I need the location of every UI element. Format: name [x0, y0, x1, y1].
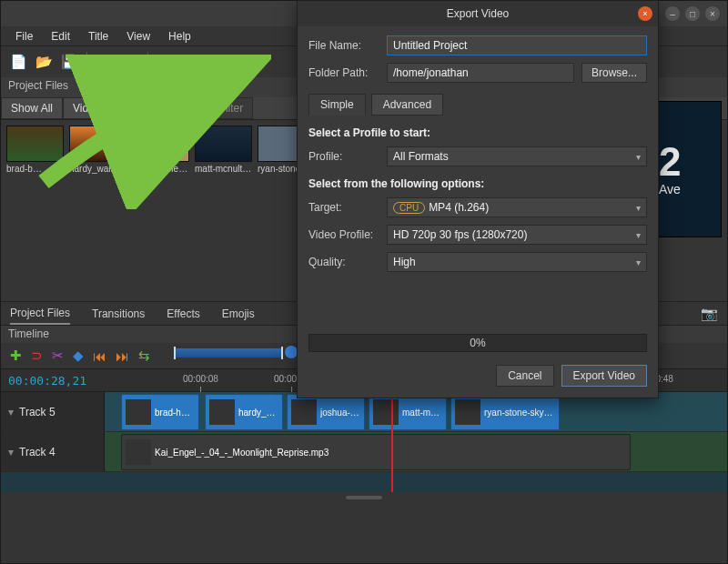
zoom-slider-knob[interactable] — [285, 346, 298, 358]
undo-icon[interactable]: ↶ — [96, 54, 113, 70]
export-video-icon[interactable] — [234, 54, 250, 70]
new-project-icon[interactable]: 📄 — [10, 54, 26, 70]
zoom-slider-track[interactable] — [174, 348, 283, 358]
center-playhead-icon[interactable]: ⇆ — [138, 347, 150, 364]
filter-input[interactable]: Filter — [209, 97, 254, 119]
menu-view[interactable]: View — [119, 28, 157, 45]
clip[interactable]: matt-mcnulty-nyc — [369, 394, 447, 430]
file-item[interactable]: joshua-colem… — [132, 126, 189, 174]
export-tabs: Simple Advanced — [308, 94, 647, 116]
filter-show-all[interactable]: Show All — [1, 97, 63, 119]
videoprofile-label: Video Profile: — [308, 228, 379, 241]
file-item[interactable]: matt-mcnult… — [195, 126, 252, 174]
section-profile-start: Select a Profile to start: — [308, 126, 647, 139]
tab-emojis[interactable]: Emojis — [222, 304, 255, 324]
clip[interactable]: brad-huchteman-s — [121, 394, 199, 430]
filter-image[interactable]: Image — [158, 97, 208, 119]
chevron-down-icon: ▾ — [636, 257, 641, 267]
prev-marker-icon[interactable]: ⏮ — [93, 348, 106, 364]
export-dialog: Export Video × File Name: Folder Path: B… — [297, 0, 659, 398]
clip[interactable]: ryan-stone-skykomis… — [450, 394, 560, 430]
play-icon[interactable]: ▶ — [183, 54, 199, 70]
snapshot-icon[interactable]: 📷 — [701, 302, 718, 326]
track-row: ▾Track 4 Kai_Engel_-_04_-_Moonlight_Repr… — [1, 432, 727, 472]
clip[interactable]: Kai_Engel_-_04_-_Moonlight_Reprise.mp3 — [121, 434, 631, 470]
browse-button[interactable]: Browse... — [581, 63, 647, 83]
export-video-button[interactable]: Export Video — [561, 365, 648, 387]
dialog-title: Export Video × — [298, 1, 658, 26]
tab-advanced[interactable]: Advanced — [371, 94, 443, 116]
tab-effects[interactable]: Effects — [167, 304, 199, 324]
menu-help[interactable]: Help — [161, 28, 198, 45]
target-select[interactable]: CPUMP4 (h.264)▾ — [387, 197, 647, 217]
tab-project-files[interactable]: Project Files — [10, 303, 70, 325]
preview-content: 2 — [659, 142, 681, 182]
fullscreen-icon[interactable]: 🖵 — [208, 54, 225, 70]
add-track-icon[interactable]: ✚ — [10, 347, 22, 364]
playhead-time: 00:00:28,21 — [8, 374, 86, 388]
razor-icon[interactable]: ✂ — [52, 347, 64, 364]
folderpath-input[interactable] — [387, 63, 574, 83]
track-lane[interactable]: Kai_Engel_-_04_-_Moonlight_Reprise.mp3 — [105, 432, 727, 471]
progress-bar: 0% — [308, 334, 647, 352]
preview-panel: 2 Ave — [651, 101, 722, 237]
videoprofile-select[interactable]: HD 720p 30 fps (1280x720)▾ — [387, 225, 647, 245]
chevron-down-icon: ▾ — [636, 203, 641, 213]
chevron-down-icon: ▾ — [636, 152, 641, 162]
folderpath-label: Folder Path: — [308, 66, 379, 79]
resize-handle[interactable] — [346, 496, 382, 499]
import-files-icon[interactable]: ✚ — [157, 54, 174, 70]
profile-select[interactable]: All Formats▾ — [387, 146, 647, 166]
quality-select[interactable]: High▾ — [387, 252, 647, 272]
marker-icon[interactable]: ◆ — [73, 347, 84, 364]
playhead-line[interactable] — [391, 392, 393, 492]
menu-file[interactable]: File — [8, 28, 40, 45]
menu-title[interactable]: Title — [81, 28, 116, 45]
filename-label: File Name: — [308, 39, 379, 52]
section-options: Select from the following options: — [308, 177, 647, 190]
filter-audio[interactable]: Audio — [111, 97, 159, 119]
track-gutter[interactable]: ▾Track 4 — [1, 432, 105, 471]
cancel-button[interactable]: Cancel — [496, 365, 553, 387]
filter-video[interactable]: Video — [63, 97, 110, 119]
dialog-close-icon[interactable]: × — [638, 6, 652, 21]
profile-label: Profile: — [308, 150, 379, 163]
clip[interactable]: hardy_wallpaper_ — [205, 394, 283, 430]
close-icon[interactable]: × — [705, 6, 720, 21]
quality-label: Quality: — [308, 256, 379, 268]
minimize-icon[interactable]: – — [665, 6, 680, 21]
maximize-icon[interactable]: □ — [685, 6, 700, 21]
menu-edit[interactable]: Edit — [44, 28, 77, 45]
target-label: Target: — [308, 201, 379, 214]
track-gutter[interactable]: ▾Track 5 — [1, 392, 105, 431]
file-item[interactable]: brad-b… — [6, 126, 64, 174]
snap-icon[interactable]: ⊃ — [31, 347, 43, 364]
open-project-icon[interactable]: 📂 — [35, 54, 52, 70]
clip[interactable]: joshua-coleman-s — [287, 394, 365, 430]
next-marker-icon[interactable]: ⏭ — [116, 348, 129, 364]
file-item[interactable]: hardy_wallpa… — [69, 126, 126, 174]
cpu-badge: CPU — [393, 202, 425, 214]
tracks-area: ▾Track 5 brad-huchteman-s hardy_wallpape… — [1, 392, 727, 492]
redo-icon[interactable]: ↷ — [122, 54, 138, 70]
filename-input[interactable] — [387, 35, 647, 55]
tab-simple[interactable]: Simple — [308, 94, 366, 116]
tab-transitions[interactable]: Transitions — [92, 304, 145, 324]
save-project-icon[interactable]: 💾 — [61, 54, 77, 70]
chevron-down-icon: ▾ — [636, 230, 641, 240]
